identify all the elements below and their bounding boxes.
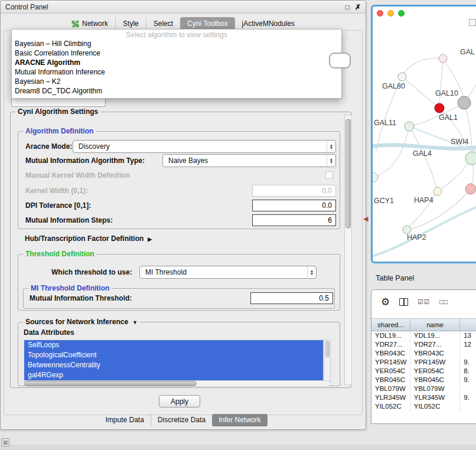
mi-threshold-definition-title: MI Threshold Definition — [28, 284, 112, 292]
column-selector-icon[interactable] — [399, 298, 408, 306]
manual-kernel-checkbox — [325, 171, 333, 179]
panel-grip-icon[interactable]: ▦ — [1, 438, 9, 446]
tab-impute-data[interactable]: Impute Data — [99, 414, 150, 426]
node-label[interactable]: GAL10 — [435, 89, 458, 97]
expand-right-icon: ▶ — [148, 236, 152, 242]
tab-cyni-toolbox[interactable]: Cyni Toolbox — [180, 17, 234, 30]
select-all-checkboxes-icon[interactable]: ☑☑ — [418, 298, 430, 305]
top-tab-bar: Network Style Select Cyni Toolbox jActiv… — [1, 17, 366, 30]
scrollbar-thumb[interactable] — [24, 381, 197, 386]
combo-arrows-icon: ▲▼ — [307, 266, 316, 278]
cell: YDL19... — [410, 331, 460, 340]
node-label[interactable]: GCY1 — [374, 197, 394, 205]
mi-steps-field[interactable] — [252, 214, 336, 226]
network-node-labels: GALGAL80GAL10GAL11GAL1SWI4GAL4GCY1HAP4HA… — [373, 6, 476, 262]
gear-icon[interactable]: ⚙ — [381, 297, 390, 307]
dropdown-item[interactable]: Bayesian – K2 — [12, 77, 341, 86]
node-label[interactable]: GAL4 — [413, 149, 432, 158]
dropdown-item-selected[interactable]: ARACNE Algorithm — [12, 58, 341, 67]
node-label[interactable]: GAL — [460, 48, 475, 56]
cell: YDL19... — [371, 331, 410, 340]
settings-vertical-scrollbar[interactable] — [344, 115, 352, 385]
dpi-tolerance-label: DPI Tolerance [0,1]: — [25, 200, 91, 211]
table-row[interactable]: YDR27... YDR27... 12 — [371, 340, 476, 349]
attributes-vertical-scrollbar[interactable] — [324, 340, 331, 381]
restore-icon[interactable]: □ — [345, 3, 350, 11]
dropdown-item[interactable]: Dream8 DC_TDC Algorithm — [12, 86, 341, 96]
column-header[interactable] — [460, 319, 476, 331]
table-row[interactable]: YIL052C YIL052C — [371, 402, 476, 411]
cell: YER054C — [410, 367, 460, 376]
node-label[interactable]: HAP4 — [414, 196, 433, 204]
dpi-tolerance-field[interactable] — [252, 200, 336, 211]
dropdown-item[interactable]: Basic Correlation Inference — [12, 48, 341, 58]
node-label[interactable]: GAL11 — [374, 119, 396, 127]
table-row[interactable]: YLR345W YLR345W 9. — [371, 393, 476, 402]
table-row[interactable]: YPR145W YPR145W 9. — [371, 358, 476, 367]
which-threshold-combo[interactable]: MI Threshold ▲▼ — [139, 266, 317, 279]
control-panel-titlebar[interactable]: Control Panel □ ✗ — [1, 1, 366, 14]
table-panel-window: ⚙ ☑☑ □□ shared... name YDL19... YDL19...… — [371, 289, 476, 424]
algorithm-combo-fragment[interactable] — [11, 97, 106, 107]
hub-section-toggle[interactable]: Hub/Transcription Factor Definition▶ — [25, 234, 152, 244]
settings-group-title: Cyni Algorithm Settings — [15, 107, 100, 116]
node-label[interactable]: HAP2 — [407, 233, 426, 242]
tab-select[interactable]: Select — [146, 17, 180, 30]
column-header[interactable]: shared... — [371, 319, 410, 331]
node-label[interactable]: GAL80 — [382, 82, 405, 90]
network-scrollbar-corner[interactable] — [469, 19, 476, 26]
cell: YBR045C — [371, 376, 410, 384]
table-row[interactable]: YBR043C YBR043C — [371, 349, 476, 358]
tab-network[interactable]: Network — [64, 17, 115, 30]
cell: 8. — [460, 367, 476, 376]
threshold-definition-group: Threshold Definition Which threshold to … — [18, 254, 340, 311]
cell: YBR045C — [410, 376, 460, 384]
hub-section-label: Hub/Transcription Factor Definition — [25, 234, 144, 243]
node-label[interactable]: GAL1 — [439, 113, 458, 122]
attribute-item[interactable]: TopologicalCoefficient — [24, 350, 323, 360]
tab-style[interactable]: Style — [115, 17, 146, 30]
mi-type-combo[interactable]: Naive Bayes ▲▼ — [162, 154, 336, 167]
aracne-mode-combo[interactable]: Discovery ▲▼ — [73, 140, 336, 153]
column-header[interactable]: name — [410, 319, 461, 331]
attribute-item[interactable]: SelfLoops — [24, 340, 323, 350]
tab-infer-network[interactable]: Infer Network — [212, 414, 267, 426]
cell: 9. — [460, 393, 476, 402]
deselect-all-checkboxes-icon[interactable]: □□ — [439, 298, 448, 305]
close-traffic-icon[interactable] — [377, 10, 383, 17]
bottom-edge-strip — [0, 445, 476, 450]
node-label[interactable]: SWI4 — [451, 138, 469, 146]
mi-threshold-field[interactable] — [250, 292, 333, 304]
split-pane-collapse-icon[interactable]: ◀ — [363, 215, 368, 223]
kernel-width-label: Kernel Width (0,1): — [25, 185, 88, 197]
cell: YPR145W — [410, 358, 460, 367]
cell: YDR27... — [371, 340, 410, 349]
algorithm-dropdown-list: Select algorithm to view settings Bayesi… — [11, 29, 342, 99]
attribute-item[interactable]: gal4RGexp — [24, 370, 323, 380]
sources-toggle[interactable]: Sources for Network Inference▼ — [23, 318, 140, 326]
attribute-item[interactable]: BetweennessCentrality — [24, 360, 323, 370]
minimize-traffic-icon[interactable] — [387, 10, 394, 17]
cell: YDR27... — [410, 340, 460, 349]
attributes-horizontal-scrollbar[interactable] — [24, 380, 331, 387]
scrollbar-thumb[interactable] — [345, 119, 351, 229]
collapse-down-icon: ▼ — [132, 319, 138, 325]
table-row[interactable]: YBR045C YBR045C 9. — [371, 376, 476, 384]
cell: 9. — [460, 376, 476, 384]
dropdown-item[interactable]: Bayesian – Hill Climbing — [12, 39, 341, 48]
tab-discretize-data[interactable]: Discretize Data — [151, 414, 212, 426]
mi-type-value: Naive Bayes — [163, 156, 327, 165]
table-row[interactable]: YBL079W YBL079W — [371, 384, 476, 393]
scrollbar-thumb[interactable] — [325, 341, 330, 357]
sources-label: Sources for Network Inference — [25, 318, 128, 326]
apply-button[interactable]: Apply — [159, 395, 200, 407]
tab-jactivemnodules[interactable]: jActiveMNodules — [235, 17, 302, 30]
table-row[interactable]: YDL19... YDL19... 13 — [371, 331, 476, 340]
control-panel-window: Control Panel □ ✗ Network Style Select C… — [0, 0, 366, 430]
dropdown-item[interactable]: Mutual Information Inference — [12, 67, 341, 77]
table-row[interactable]: YER054C YER054C 8. — [371, 367, 476, 376]
table-panel-title: Table Panel — [376, 274, 414, 282]
zoom-traffic-icon[interactable] — [398, 10, 405, 17]
close-icon[interactable]: ✗ — [355, 3, 361, 11]
which-threshold-value: MI Threshold — [140, 268, 307, 276]
